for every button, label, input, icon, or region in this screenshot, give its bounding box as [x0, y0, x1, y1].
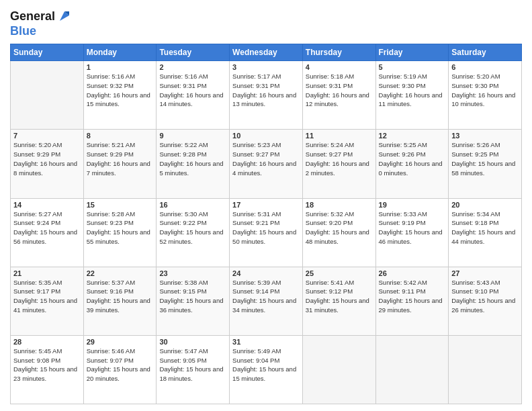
calendar-cell: 27 Sunrise: 5:43 AM Sunset: 9:10 PM Dayl… [449, 267, 522, 335]
sunrise-label: Sunrise: 5:46 AM [87, 347, 135, 355]
calendar-cell [302, 335, 375, 404]
sunrise-label: Sunrise: 5:35 AM [13, 279, 62, 286]
daylight-label: Daylight: 15 hours and 48 minutes. [306, 228, 369, 245]
calendar-cell: 14 Sunrise: 5:27 AM Sunset: 9:24 PM Dayl… [11, 198, 84, 267]
sunset-label: Sunset: 9:18 PM [451, 219, 498, 226]
weekday-header-friday: Friday [375, 44, 449, 61]
sunrise-label: Sunrise: 5:16 AM [159, 73, 208, 80]
daylight-label: Daylight: 16 hours and 4 minutes. [232, 160, 296, 177]
daylight-label: Daylight: 16 hours and 11 minutes. [379, 91, 443, 108]
sunset-label: Sunset: 9:31 PM [306, 82, 353, 89]
calendar-cell: 30 Sunrise: 5:47 AM Sunset: 9:05 PM Dayl… [157, 335, 230, 404]
sunrise-label: Sunrise: 5:49 AM [232, 347, 281, 355]
day-info: Sunrise: 5:18 AM Sunset: 9:31 PM Dayligh… [306, 72, 373, 109]
day-number: 8 [87, 132, 154, 140]
sunset-label: Sunset: 9:32 PM [87, 82, 134, 89]
day-info: Sunrise: 5:25 AM Sunset: 9:26 PM Dayligh… [379, 140, 446, 177]
calendar-cell: 25 Sunrise: 5:41 AM Sunset: 9:12 PM Dayl… [302, 267, 375, 335]
weekday-header-thursday: Thursday [302, 44, 375, 61]
weekday-header-sunday: Sunday [11, 44, 84, 61]
weekday-header-tuesday: Tuesday [157, 44, 230, 61]
day-info: Sunrise: 5:47 AM Sunset: 9:05 PM Dayligh… [159, 347, 226, 383]
calendar-cell: 28 Sunrise: 5:45 AM Sunset: 9:08 PM Dayl… [11, 335, 84, 404]
calendar-cell: 11 Sunrise: 5:24 AM Sunset: 9:27 PM Dayl… [302, 130, 375, 198]
calendar-cell: 22 Sunrise: 5:37 AM Sunset: 9:16 PM Dayl… [83, 267, 157, 335]
calendar-header-row: SundayMondayTuesdayWednesdayThursdayFrid… [11, 44, 522, 61]
day-info: Sunrise: 5:35 AM Sunset: 9:17 PM Dayligh… [13, 278, 81, 315]
sunset-label: Sunset: 9:08 PM [13, 357, 60, 364]
day-number: 23 [159, 269, 226, 277]
calendar-cell: 13 Sunrise: 5:26 AM Sunset: 9:25 PM Dayl… [449, 130, 522, 198]
day-number: 26 [379, 269, 446, 277]
header: General Blue [10, 7, 522, 38]
day-number: 19 [379, 201, 446, 209]
daylight-label: Daylight: 16 hours and 5 minutes. [159, 160, 223, 177]
calendar-cell: 15 Sunrise: 5:28 AM Sunset: 9:23 PM Dayl… [83, 198, 157, 267]
sunrise-label: Sunrise: 5:45 AM [13, 347, 62, 355]
day-info: Sunrise: 5:38 AM Sunset: 9:15 PM Dayligh… [159, 278, 226, 315]
daylight-label: Daylight: 16 hours and 8 minutes. [13, 160, 77, 177]
day-info: Sunrise: 5:42 AM Sunset: 9:11 PM Dayligh… [379, 278, 446, 315]
calendar-cell: 29 Sunrise: 5:46 AM Sunset: 9:07 PM Dayl… [83, 335, 157, 404]
day-info: Sunrise: 5:33 AM Sunset: 9:19 PM Dayligh… [379, 210, 446, 246]
day-info: Sunrise: 5:49 AM Sunset: 9:04 PM Dayligh… [232, 347, 300, 383]
day-number: 25 [306, 269, 373, 277]
day-info: Sunrise: 5:27 AM Sunset: 9:24 PM Dayligh… [13, 210, 81, 246]
daylight-label: Daylight: 15 hours and 44 minutes. [451, 228, 515, 245]
day-info: Sunrise: 5:43 AM Sunset: 9:10 PM Dayligh… [451, 278, 519, 315]
day-info: Sunrise: 5:19 AM Sunset: 9:30 PM Dayligh… [379, 72, 446, 109]
sunrise-label: Sunrise: 5:21 AM [87, 141, 135, 148]
sunset-label: Sunset: 9:28 PM [159, 150, 206, 158]
sunset-label: Sunset: 9:31 PM [159, 82, 206, 89]
sunset-label: Sunset: 9:16 PM [87, 287, 134, 295]
calendar-cell: 5 Sunrise: 5:19 AM Sunset: 9:30 PM Dayli… [375, 61, 449, 130]
sunset-label: Sunset: 9:27 PM [306, 150, 353, 158]
daylight-label: Daylight: 15 hours and 18 minutes. [159, 365, 223, 382]
day-number: 6 [451, 63, 519, 71]
sunrise-label: Sunrise: 5:20 AM [13, 141, 62, 148]
sunset-label: Sunset: 9:29 PM [87, 150, 134, 158]
logo: General Blue [10, 9, 72, 38]
daylight-label: Daylight: 15 hours and 36 minutes. [159, 297, 223, 314]
sunrise-label: Sunrise: 5:38 AM [159, 279, 208, 286]
sunset-label: Sunset: 9:31 PM [232, 82, 279, 89]
day-number: 7 [13, 132, 81, 140]
sunset-label: Sunset: 9:27 PM [232, 150, 279, 158]
sunrise-label: Sunrise: 5:27 AM [13, 210, 62, 218]
sunrise-label: Sunrise: 5:28 AM [87, 210, 135, 218]
calendar-cell: 6 Sunrise: 5:20 AM Sunset: 9:30 PM Dayli… [449, 61, 522, 130]
sunset-label: Sunset: 9:07 PM [87, 357, 134, 364]
sunset-label: Sunset: 9:25 PM [451, 150, 498, 158]
daylight-label: Daylight: 15 hours and 39 minutes. [87, 297, 150, 314]
day-number: 15 [87, 201, 154, 209]
day-info: Sunrise: 5:24 AM Sunset: 9:27 PM Dayligh… [306, 140, 373, 177]
day-info: Sunrise: 5:32 AM Sunset: 9:20 PM Dayligh… [306, 210, 373, 246]
day-info: Sunrise: 5:16 AM Sunset: 9:32 PM Dayligh… [87, 72, 154, 109]
calendar-cell: 7 Sunrise: 5:20 AM Sunset: 9:29 PM Dayli… [11, 130, 84, 198]
daylight-label: Daylight: 15 hours and 56 minutes. [13, 228, 77, 245]
day-info: Sunrise: 5:34 AM Sunset: 9:18 PM Dayligh… [451, 210, 519, 246]
day-number: 12 [379, 132, 446, 140]
sunset-label: Sunset: 9:04 PM [232, 357, 279, 364]
daylight-label: Daylight: 15 hours and 23 minutes. [13, 365, 77, 382]
daylight-label: Daylight: 15 hours and 20 minutes. [87, 365, 150, 382]
daylight-label: Daylight: 15 hours and 41 minutes. [13, 297, 77, 314]
day-number: 3 [232, 63, 300, 71]
sunrise-label: Sunrise: 5:42 AM [379, 279, 427, 286]
calendar-cell [375, 335, 449, 404]
sunrise-label: Sunrise: 5:33 AM [379, 210, 427, 218]
sunset-label: Sunset: 9:22 PM [159, 219, 206, 226]
sunset-label: Sunset: 9:21 PM [232, 219, 279, 226]
day-number: 9 [159, 132, 226, 140]
day-number: 24 [232, 269, 300, 277]
day-info: Sunrise: 5:23 AM Sunset: 9:27 PM Dayligh… [232, 140, 300, 177]
sunrise-label: Sunrise: 5:16 AM [87, 73, 135, 80]
daylight-label: Daylight: 15 hours and 55 minutes. [87, 228, 150, 245]
sunset-label: Sunset: 9:15 PM [159, 287, 206, 295]
daylight-label: Daylight: 15 hours and 46 minutes. [379, 228, 443, 245]
daylight-label: Daylight: 16 hours and 10 minutes. [451, 91, 515, 108]
sunrise-label: Sunrise: 5:22 AM [159, 141, 208, 148]
logo-line2: Blue [10, 24, 72, 39]
daylight-label: Daylight: 15 hours and 29 minutes. [379, 297, 443, 314]
day-number: 2 [159, 63, 226, 71]
